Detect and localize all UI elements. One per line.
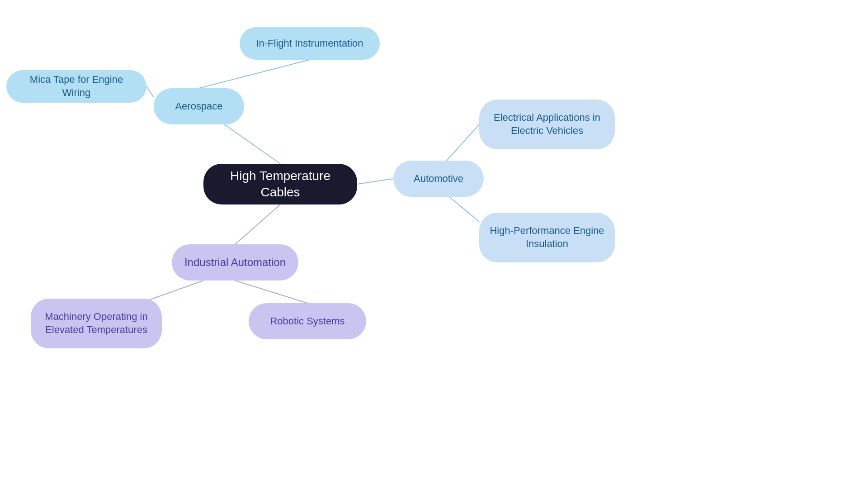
svg-line-2	[146, 86, 154, 97]
center-node[interactable]: High Temperature Cables	[203, 164, 357, 205]
mica-tape-node[interactable]: Mica Tape for Engine Wiring	[6, 70, 146, 103]
electrical-applications-node[interactable]: Electrical Applications in Electric Vehi…	[479, 100, 615, 149]
svg-line-3	[357, 179, 393, 184]
svg-line-8	[235, 281, 307, 303]
svg-line-6	[235, 205, 280, 244]
svg-line-1	[199, 60, 310, 88]
in-flight-node[interactable]: In-Flight Instrumentation	[240, 27, 380, 60]
industrial-automation-node[interactable]: Industrial Automation	[172, 244, 298, 281]
automotive-node[interactable]: Automotive	[393, 161, 484, 197]
engine-insulation-node[interactable]: High-Performance Engine Insulation	[479, 213, 615, 262]
robotic-systems-node[interactable]: Robotic Systems	[249, 303, 366, 339]
machinery-node[interactable]: Machinery Operating in Elevated Temperat…	[31, 299, 162, 348]
aerospace-node[interactable]: Aerospace	[154, 88, 244, 124]
